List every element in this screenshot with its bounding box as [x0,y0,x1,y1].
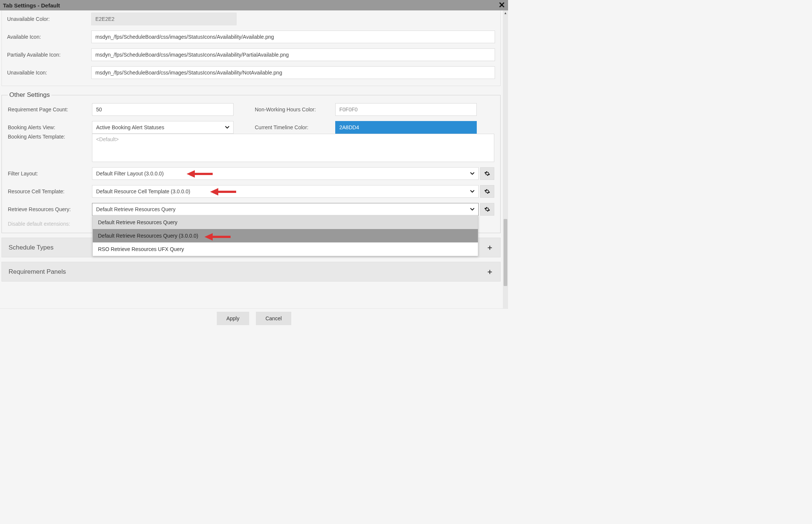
section-title: Schedule Types [9,244,54,251]
unavailable-color-value[interactable]: E2E2E2 [91,13,237,25]
icon-settings-group: Unavailable Color: E2E2E2 Available Icon… [1,10,501,86]
req-page-count-input[interactable]: 50 [92,103,234,116]
close-icon[interactable]: ✕ [498,1,505,9]
filter-layout-gear-button[interactable] [480,167,494,180]
vertical-scrollbar[interactable]: ▲ [503,10,508,308]
available-icon-label: Available Icon: [7,34,85,40]
unavailable-icon-label: Unavailable Icon: [7,70,85,76]
req-page-count-label: Requirement Page Count: [8,107,86,112]
nonworking-color-label: Non-Working Hours Color: [255,107,329,112]
dropdown-option[interactable]: RSO Retrieve Resources UFX Query [93,242,478,256]
dropdown-option[interactable]: Default Retrieve Resources Query [93,216,478,229]
plus-icon[interactable]: ＋ [486,242,494,253]
booking-alerts-template-label: Booking Alerts Template: [8,134,86,140]
gear-icon [484,206,490,212]
other-settings-legend: Other Settings [8,91,51,99]
filter-layout-dropdown[interactable]: Default Filter Layout (3.0.0.0) [92,167,479,180]
gear-icon [484,171,490,177]
chevron-down-icon [225,126,229,129]
plus-icon[interactable]: ＋ [486,267,494,277]
booking-alerts-view-dropdown[interactable]: Active Booking Alert Statuses [92,121,234,134]
resource-cell-gear-button[interactable] [480,185,494,198]
other-settings-group: Other Settings Requirement Page Count: 5… [1,91,501,233]
timeline-color-swatch[interactable]: 2A8DD4 [335,121,477,134]
scroll-up-icon[interactable]: ▲ [503,10,508,16]
available-icon-input[interactable]: msdyn_/fps/ScheduleBoard/css/images/Stat… [91,31,495,43]
nonworking-color-swatch[interactable]: F0F0F0 [335,103,477,116]
window-title: Tab Settings - Default [3,2,60,9]
unavailable-icon-input[interactable]: msdyn_/fps/ScheduleBoard/css/images/Stat… [91,66,495,79]
filter-layout-label: Filter Layout: [8,171,86,177]
booking-alerts-template-input[interactable]: <Default> [92,134,494,162]
title-bar: Tab Settings - Default ✕ [0,0,508,10]
retrieve-resources-label: Retrieve Resources Query: [8,206,86,212]
scrollbar-thumb[interactable] [504,219,507,286]
dialog-body: Unavailable Color: E2E2E2 Available Icon… [0,10,508,308]
retrieve-resources-gear-button[interactable] [480,203,494,216]
chevron-down-icon [470,208,475,211]
unavailable-color-label: Unavailable Color: [7,16,85,22]
cancel-button[interactable]: Cancel [256,312,292,325]
section-title: Requirement Panels [9,268,66,276]
gear-icon [484,188,490,194]
retrieve-resources-dropdown[interactable]: Default Retrieve Resources Query Default… [92,203,479,216]
resource-cell-dropdown[interactable]: Default Resource Cell Template (3.0.0.0) [92,185,479,198]
resource-cell-label: Resource Cell Template: [8,188,86,194]
dropdown-option[interactable]: Default Retrieve Resources Query (3.0.0.… [93,229,478,242]
dialog-footer: Apply Cancel [0,308,508,328]
retrieve-resources-options-list: Default Retrieve Resources Query Default… [92,215,478,256]
chevron-down-icon [470,190,475,193]
partially-available-icon-label: Partially Available Icon: [7,52,85,58]
booking-alerts-view-label: Booking Alerts View: [8,124,86,130]
disable-extensions-label: Disable default extensions: [8,221,86,227]
apply-button[interactable]: Apply [217,312,249,325]
timeline-color-label: Current Timeline Color: [255,124,329,130]
chevron-down-icon [470,172,475,175]
requirement-panels-section[interactable]: Requirement Panels ＋ [1,262,501,282]
partially-available-icon-input[interactable]: msdyn_/fps/ScheduleBoard/css/images/Stat… [91,48,495,61]
